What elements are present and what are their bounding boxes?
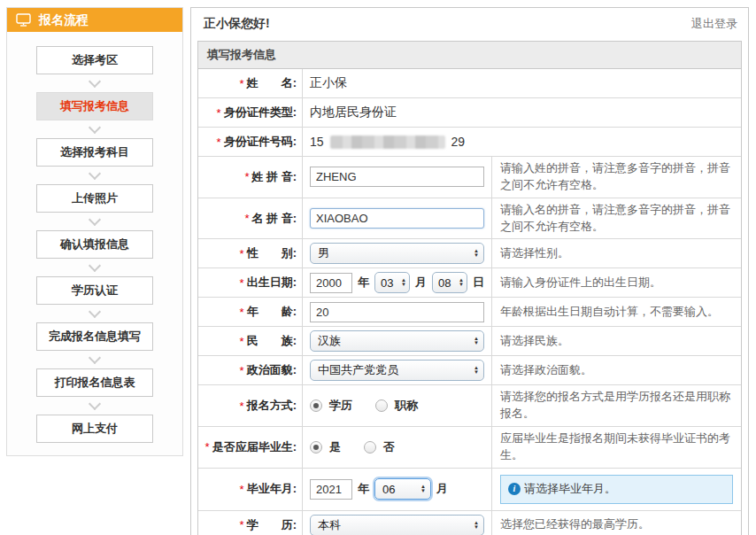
- fresh-graduate-cell: 是 否: [303, 427, 492, 468]
- registration-method-radios: 学历 职称: [310, 398, 418, 414]
- fresh-graduate-label: *是否应届毕业生:: [198, 427, 303, 468]
- given-pinyin-hint: 请输入名的拼音，请注意多音字的拼音，拼音之间不允许有空格。: [492, 198, 741, 239]
- birth-date-cell: 年 03▲▼ 月 08▲▼ 日: [303, 268, 492, 297]
- graduation-date-info-box: i 请选择毕业年月。: [500, 475, 733, 504]
- greeting-bar: 正小保您好! 退出登录: [191, 8, 748, 41]
- main-panel: 正小保您好! 退出登录 填写报考信息 *姓 名: 正小保 *身份证件类型: 内地…: [190, 7, 749, 535]
- radio-yes-label: 是: [329, 439, 341, 455]
- surname-pinyin-hint: 请输入姓的拼音，请注意多音字的拼音，拼音之间不允许有空格。: [492, 157, 741, 198]
- month-unit: 月: [436, 481, 448, 497]
- row-political-status: *政治面貌: 中国共产党党员▲▼ 请选择政治面貌。: [198, 356, 741, 385]
- chevron-down-icon: [89, 260, 101, 272]
- registration-method-label: *报名方式:: [198, 385, 303, 426]
- surname-pinyin-input[interactable]: [310, 167, 484, 187]
- given-pinyin-label: *名 拼 音:: [198, 198, 303, 239]
- given-pinyin-input[interactable]: [310, 208, 484, 229]
- radio-no[interactable]: [364, 441, 376, 454]
- info-icon: i: [508, 483, 521, 495]
- sidebar-item-online-payment[interactable]: 网上支付: [36, 415, 153, 443]
- chevron-down-icon: [89, 167, 101, 180]
- select-stepper-icon: ▲▼: [420, 485, 426, 493]
- gender-cell: 男▲▼: [303, 239, 492, 268]
- education-select[interactable]: 本科▲▼: [310, 515, 484, 535]
- education-hint: 选择您已经获得的最高学历。: [492, 511, 741, 535]
- age-input[interactable]: [310, 302, 484, 322]
- radio-no-label: 否: [383, 439, 395, 455]
- political-status-select[interactable]: 中国共产党党员▲▼: [310, 360, 484, 381]
- graduation-date-hint-cell: i 请选择毕业年月。: [492, 469, 741, 510]
- logout-link[interactable]: 退出登录: [691, 16, 737, 32]
- row-graduation-date: *毕业年月: 年 06▲▼ 月 i 请选择毕业年月。: [198, 469, 741, 511]
- radio-professional-title-label: 职称: [395, 398, 418, 414]
- radio-yes[interactable]: [310, 441, 322, 454]
- id-type-value: 内地居民身份证: [310, 105, 397, 120]
- graduation-year-input[interactable]: [310, 479, 352, 500]
- row-registration-method: *报名方式: 学历 职称 请选择您的报名方式是用学历报名还是用职称报名。: [198, 385, 741, 427]
- row-name: *姓 名: 正小保: [198, 69, 741, 98]
- fresh-graduate-hint: 应届毕业生是指报名期间未获得毕业证书的考生。: [492, 427, 741, 468]
- select-stepper-icon: ▲▼: [474, 366, 479, 375]
- sidebar-item-print-registration-form[interactable]: 打印报名信息表: [36, 368, 153, 397]
- gender-select[interactable]: 男▲▼: [310, 243, 484, 264]
- select-stepper-icon: ▲▼: [474, 337, 479, 345]
- political-status-cell: 中国共产党党员▲▼: [303, 356, 492, 384]
- sidebar-item-upload-photo[interactable]: 上传照片: [36, 184, 153, 213]
- day-unit: 日: [473, 275, 484, 291]
- birth-date-label: *出生日期:: [198, 268, 303, 297]
- id-number-suffix: 29: [451, 135, 466, 149]
- id-type-value-cell: 内地居民身份证: [303, 98, 741, 127]
- ethnicity-label: *民 族:: [198, 327, 303, 355]
- select-stepper-icon: ▲▼: [459, 278, 464, 287]
- sidebar-item-select-exam-area[interactable]: 选择考区: [36, 46, 153, 74]
- birth-year-input[interactable]: [310, 273, 352, 293]
- sidebar-item-education-verification[interactable]: 学历认证: [36, 276, 153, 305]
- id-number-prefix: 15: [310, 135, 324, 149]
- birth-date-hint: 请输入身份证件上的出生日期。: [492, 268, 741, 297]
- month-unit: 月: [415, 275, 427, 291]
- birth-day-select[interactable]: 08▲▼: [432, 272, 467, 293]
- education-cell: 本科▲▼: [303, 511, 492, 535]
- chevron-down-icon: [89, 75, 101, 88]
- graduation-date-cell: 年 06▲▼ 月: [303, 469, 492, 510]
- chevron-down-icon: [89, 306, 101, 318]
- name-value-cell: 正小保: [303, 69, 741, 97]
- select-stepper-icon: ▲▼: [474, 249, 479, 258]
- id-number-redacted-blur: [330, 136, 445, 149]
- chevron-down-icon: [89, 398, 101, 410]
- sidebar-item-fill-registration-info[interactable]: 填写报考信息: [36, 92, 153, 120]
- sidebar-item-select-subjects[interactable]: 选择报考科目: [36, 138, 153, 167]
- select-stepper-icon: ▲▼: [474, 521, 479, 530]
- education-label: *学 历:: [198, 511, 303, 535]
- chevron-down-icon: [89, 352, 101, 364]
- gender-label: *性 别:: [198, 239, 303, 268]
- age-cell: [303, 298, 492, 326]
- radio-education[interactable]: [310, 399, 322, 412]
- political-status-hint: 请选择政治面貌。: [492, 356, 741, 384]
- id-type-label: *身份证件类型:: [198, 98, 303, 127]
- form-title: 填写报考信息: [198, 42, 741, 69]
- select-stepper-icon: ▲▼: [401, 278, 406, 287]
- graduation-month-select[interactable]: 06▲▼: [374, 478, 431, 500]
- birth-month-select[interactable]: 03▲▼: [374, 272, 410, 293]
- sidebar-item-complete-registration[interactable]: 完成报名信息填写: [36, 322, 153, 351]
- page: 报名流程 选择考区 填写报考信息 选择报考科目 上传照片 确认填报信息 学历认证…: [0, 0, 756, 535]
- chevron-down-icon: [89, 213, 101, 226]
- age-label: *年 龄:: [198, 298, 303, 326]
- row-age: *年 龄: 年龄根据出生日期自动计算，不需要输入。: [198, 298, 741, 327]
- ethnicity-select[interactable]: 汉族▲▼: [310, 330, 484, 352]
- row-id-number: *身份证件号码: 1529: [198, 128, 741, 157]
- chevron-down-icon: [89, 121, 101, 134]
- registration-form: 填写报考信息 *姓 名: 正小保 *身份证件类型: 内地居民身份证 *身份证件号…: [197, 41, 742, 535]
- user-greeting: 正小保您好!: [204, 16, 270, 32]
- political-status-label: *政治面貌:: [198, 356, 303, 384]
- sidebar: 报名流程 选择考区 填写报考信息 选择报考科目 上传照片 确认填报信息 学历认证…: [6, 7, 183, 456]
- steps-list: 选择考区 填写报考信息 选择报考科目 上传照片 确认填报信息 学历认证 完成报名…: [7, 32, 182, 455]
- row-id-type: *身份证件类型: 内地居民身份证: [198, 98, 741, 128]
- radio-professional-title[interactable]: [375, 399, 388, 412]
- radio-education-label: 学历: [329, 398, 352, 414]
- sidebar-title: 报名流程: [39, 12, 89, 28]
- age-hint: 年龄根据出生日期自动计算，不需要输入。: [492, 298, 741, 326]
- graduation-date-hint: 请选择毕业年月。: [524, 481, 616, 498]
- sidebar-item-confirm-info[interactable]: 确认填报信息: [36, 230, 153, 259]
- surname-pinyin-label: *姓 拼 音:: [198, 157, 303, 198]
